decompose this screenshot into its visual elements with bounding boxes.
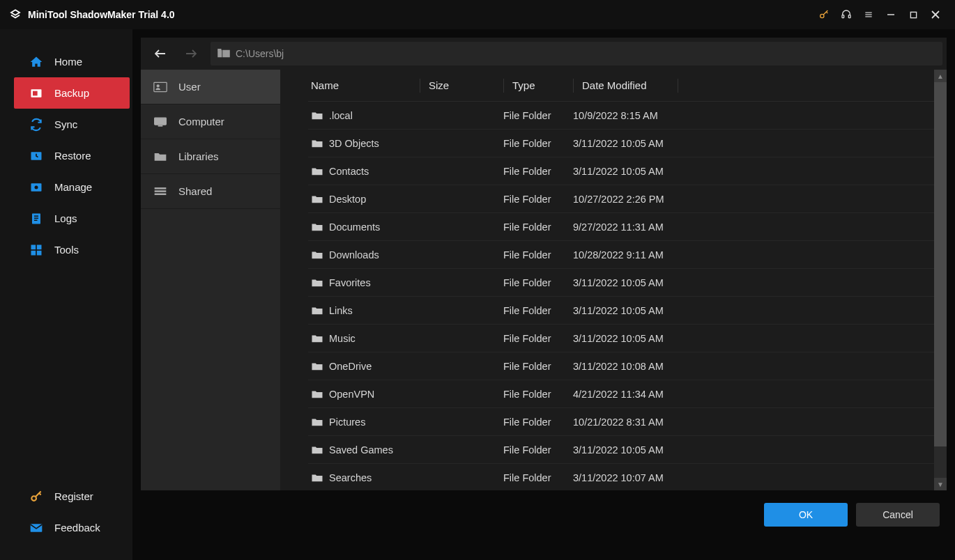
backup-icon [28,85,45,102]
file-row[interactable]: ContactsFile Folder3/11/2022 10:05 AM [308,157,934,185]
file-row[interactable]: OneDriveFile Folder3/11/2022 10:08 AM [308,352,934,380]
ok-button[interactable]: OK [764,503,848,527]
nav-label: Sync [54,118,77,130]
tree-item-shared[interactable]: Shared [141,174,280,209]
nav-label: Logs [54,212,77,224]
titlebar-register-icon[interactable] [813,0,835,29]
folder-icon [311,306,323,316]
nav-item-backup[interactable]: Backup [14,77,130,109]
dialog-footer: OK Cancel [141,490,947,539]
close-button[interactable] [924,0,947,29]
file-row[interactable]: DesktopFile Folder10/27/2022 2:26 PM [308,185,934,213]
col-date[interactable]: Date Modified [573,79,678,93]
main-panel: C:\Users\bj UserComputerLibrariesShared … [132,29,955,560]
cancel-button[interactable]: Cancel [856,503,940,527]
file-date: 3/11/2022 10:08 AM [573,361,934,372]
nav-item-logs[interactable]: Logs [0,203,132,234]
file-type: File Folder [503,361,573,372]
maximize-button[interactable] [902,0,924,29]
file-date: 3/11/2022 10:05 AM [573,277,934,288]
nav-item-tools[interactable]: Tools [0,234,132,265]
file-name: .local [329,110,353,121]
nav-item-feedback[interactable]: Feedback [0,512,132,543]
path-input[interactable]: C:\Users\bj [211,42,942,65]
file-row[interactable]: DownloadsFile Folder10/28/2022 9:11 AM [308,241,934,269]
folder-icon [311,445,323,455]
nav-forward-button[interactable] [176,38,206,70]
tree-item-computer[interactable]: Computer [141,104,280,139]
svg-rect-35 [155,187,167,189]
nav-item-manage[interactable]: Manage [0,171,132,203]
computer-icon [152,114,169,130]
nav-label: Home [54,56,82,68]
svg-rect-33 [155,190,167,192]
nav-label: Register [54,490,93,502]
file-row[interactable]: DocumentsFile Folder9/27/2022 11:31 AM [308,213,934,241]
folder-icon [311,473,323,483]
svg-rect-22 [37,250,42,255]
nav-item-register[interactable]: Register [0,481,132,512]
location-tree: UserComputerLibrariesShared [141,70,280,490]
svg-rect-7 [910,12,916,17]
file-name: Documents [329,221,380,233]
svg-rect-11 [33,91,38,95]
file-type: File Folder [503,110,573,121]
address-bar: C:\Users\bj [141,38,947,70]
file-type: File Folder [503,166,573,177]
file-date: 3/11/2022 10:05 AM [573,444,934,456]
folder-icon [311,278,323,288]
nav-label: Restore [54,150,91,162]
file-date: 10/9/2022 8:15 AM [573,110,934,121]
svg-rect-34 [155,193,167,195]
file-date: 4/21/2022 11:34 AM [573,389,934,400]
file-row[interactable]: MusicFile Folder3/11/2022 10:05 AM [308,325,934,352]
file-row[interactable]: 3D ObjectsFile Folder3/11/2022 10:05 AM [308,130,934,157]
file-type: File Folder [503,472,573,483]
file-name: OpenVPN [329,389,374,400]
titlebar-headset-icon[interactable] [835,0,857,29]
folder-icon [152,148,169,165]
svg-rect-26 [222,50,230,58]
tools-icon [28,242,45,258]
file-row[interactable]: SearchesFile Folder3/11/2022 10:07 AM [308,464,934,490]
folder-icon [311,361,323,371]
file-name: Contacts [329,166,369,177]
file-row[interactable]: PicturesFile Folder10/21/2022 8:31 AM [308,408,934,436]
file-row[interactable]: .localFile Folder10/9/2022 8:15 AM [308,102,934,130]
logs-icon [28,210,45,227]
col-size[interactable]: Size [420,79,503,93]
file-row[interactable]: LinksFile Folder3/11/2022 10:05 AM [308,297,934,325]
svg-rect-27 [217,49,221,51]
svg-rect-1 [842,15,844,18]
col-type[interactable]: Type [503,79,573,93]
file-date: 3/11/2022 10:05 AM [573,166,934,177]
nav-item-restore[interactable]: Restore [0,140,132,171]
minimize-button[interactable] [880,0,902,29]
file-row[interactable]: FavoritesFile Folder3/11/2022 10:05 AM [308,269,934,297]
nav-item-home[interactable]: Home [0,46,132,77]
titlebar-menu-icon[interactable] [857,0,880,29]
app-title: MiniTool ShadowMaker Trial 4.0 [28,9,175,20]
scroll-thumb[interactable] [934,82,947,446]
nav-label: Feedback [54,522,100,534]
file-type: File Folder [503,277,573,288]
key-icon [28,488,45,505]
scrollbar[interactable]: ▲ ▼ [934,70,947,490]
file-row[interactable]: Saved GamesFile Folder3/11/2022 10:05 AM [308,436,934,464]
nav-item-sync[interactable]: Sync [0,109,132,140]
app-logo-icon [8,8,22,22]
file-name: Desktop [329,194,366,205]
folder-icon [311,166,323,176]
tree-item-libraries[interactable]: Libraries [141,139,280,174]
shared-icon [152,183,169,200]
nav-back-button[interactable] [145,38,176,70]
file-row[interactable]: OpenVPNFile Folder4/21/2022 11:34 AM [308,380,934,408]
tree-label: User [178,81,201,93]
col-name[interactable]: Name [308,79,420,91]
tree-item-user[interactable]: User [141,70,280,104]
file-name: Music [329,333,356,344]
scroll-down-icon[interactable]: ▼ [934,478,947,490]
scroll-up-icon[interactable]: ▲ [934,70,947,82]
restore-icon [28,148,45,164]
file-name: 3D Objects [329,138,379,149]
